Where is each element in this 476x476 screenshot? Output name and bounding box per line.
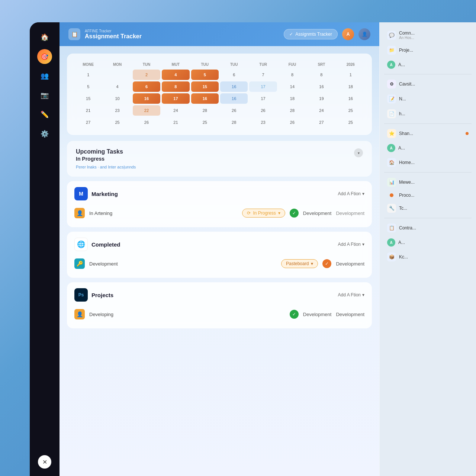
completed-add-action[interactable]: Add A Ftion ▾ [338,242,364,247]
tasks-chevron-icon[interactable]: ▾ [354,148,363,157]
cal-cell-0-7[interactable]: 8 [279,70,306,80]
cal-cell-0-1[interactable] [103,70,131,80]
cal-cell-2-5[interactable]: 16 [220,93,248,104]
cal-cell-3-3[interactable]: 24 [162,105,189,116]
cal-cell-1-4[interactable]: 15 [191,81,219,92]
cal-cell-1-9[interactable]: 18 [337,81,364,92]
cal-cell-3-5[interactable]: 26 [220,105,248,116]
sidebar-icon-settings[interactable]: ⚙️ [37,126,52,141]
rs-item-a1[interactable]: A A... [384,58,472,71]
cal-cell-4-9[interactable]: 25 [337,117,364,128]
cal-cell-1-2[interactable]: 6 [133,81,160,92]
cal-cell-0-6[interactable]: 7 [249,70,277,80]
rs-item-mewe[interactable]: 📊 Mewe... [384,176,472,189]
cal-cell-3-0[interactable]: 21 [74,105,102,116]
marketing-status-badge[interactable]: ⟳ In Progress ▾ [242,209,285,218]
rs-item-shan[interactable]: ⭐ Shan... [384,127,472,140]
cal-cell-4-8[interactable]: 27 [308,117,335,128]
completed-add-label: Add A Ftion [338,242,361,247]
rs-divider-2 [384,123,472,124]
cal-cell-0-4[interactable]: 5 [191,70,219,80]
user-avatar[interactable]: A [342,28,354,40]
projects-task-row: 👤 Developing ✓ Development Development [74,306,364,322]
cal-cell-1-5[interactable]: 16 [220,81,248,92]
cal-cell-4-2[interactable]: 26 [133,117,160,128]
rs-item-n[interactable]: 📝 N... [384,92,472,106]
cal-cell-2-6[interactable]: 17 [249,93,277,104]
cal-cell-3-2[interactable]: 22 [133,105,160,116]
rs-label-home: Home... [399,160,469,165]
cal-cell-0-0[interactable]: 1 [74,70,102,80]
projects-title-row: Ps Projects [74,288,113,302]
cal-cell-1-3[interactable]: 8 [162,81,189,92]
projects-add-chevron: ▾ [362,292,364,298]
rs-label-contra: Contra... [399,225,469,231]
cal-cell-4-1[interactable]: 25 [103,117,131,128]
cal-cell-2-2[interactable]: 16 [133,93,160,104]
completed-person-icon: 🔑 [74,258,85,269]
rs-item-proje[interactable]: 📁 Proje... [384,44,472,57]
cal-cell-2-8[interactable]: 19 [308,93,335,104]
cal-cell-3-1[interactable]: 23 [103,105,131,116]
cal-header-2: TUN [133,61,160,68]
cal-cell-1-7[interactable]: 14 [279,81,306,92]
calendar-section: MONE MON TUN MUT TUU TuU Tur FuU Srt 202… [67,54,372,135]
projects-dev-label-2: Development [336,312,364,317]
close-button[interactable]: ✕ [38,455,51,469]
sidebar-icon-edit[interactable]: ✏️ [37,107,52,122]
rs-item-contra[interactable]: 📋 Contra... [384,221,472,235]
cal-cell-2-3[interactable]: 17 [162,93,189,104]
sidebar-icon-users[interactable]: 👥 [37,68,52,83]
rs-item-tc[interactable]: 🔧 Tc... [384,202,472,215]
sidebar-avatar[interactable]: 🎯 [37,49,52,64]
cal-cell-4-0[interactable]: 27 [74,117,102,128]
rs-item-comn[interactable]: 💬 Comn... An Hos... [384,28,472,42]
user-avatar-2[interactable]: 👤 [358,28,370,40]
cal-cell-2-9[interactable]: 16 [337,93,364,104]
completed-status-badge[interactable]: Pasteboard ▾ [281,259,318,268]
rs-divider-4 [384,218,472,218]
cal-cell-0-3[interactable]: 4 [162,70,189,80]
cal-cell-0-5[interactable]: 6 [220,70,248,80]
tracker-button[interactable]: ✓ Assignmts Tracker [284,29,338,39]
cal-cell-2-7[interactable]: 18 [279,93,306,104]
calendar-grid: MONE MON TUN MUT TUU TuU Tur FuU Srt 202… [74,61,364,128]
rs-section-main: 💬 Comn... An Hos... 📁 Proje... A A... ⚙ … [384,28,472,264]
cal-cell-3-8[interactable]: 24 [308,105,335,116]
cal-cell-1-1[interactable]: 4 [103,81,131,92]
cal-cell-3-7[interactable]: 28 [279,105,306,116]
cal-cell-4-6[interactable]: 23 [249,117,277,128]
rs-item-home[interactable]: 🏠 Home... [384,156,472,169]
cal-cell-3-4[interactable]: 28 [191,105,219,116]
cal-cell-1-0[interactable]: 5 [74,81,102,92]
cal-cell-0-2[interactable]: 2 [133,70,160,80]
tracker-btn-label: Assignmts Tracker [295,32,332,37]
cal-cell-4-7[interactable]: 26 [279,117,306,128]
rs-icon-n: 📝 [387,94,396,103]
cal-cell-3-6[interactable]: 26 [249,105,277,116]
cal-cell-3-9[interactable]: 25 [337,105,364,116]
cal-cell-2-0[interactable]: 15 [74,93,102,104]
cal-cell-1-6[interactable]: 17 [249,81,277,92]
rs-item-kc[interactable]: 📦 Kc... [384,250,472,264]
rs-item-a2[interactable]: A A... [384,142,472,154]
cal-cell-4-3[interactable]: 21 [162,117,189,128]
sidebar-icon-home[interactable]: 🏠 [37,30,52,45]
cal-cell-1-8[interactable]: 16 [308,81,335,92]
rs-item-proco[interactable]: Proco... [384,190,472,200]
rs-item-cavsit[interactable]: ⚙ Cavsit... [384,77,472,91]
cal-cell-0-9[interactable]: 1 [337,70,364,80]
cal-cell-0-8[interactable]: 8 [308,70,335,80]
cal-cell-4-4[interactable]: 25 [191,117,219,128]
rs-label-kc: Kc... [399,254,469,260]
cal-header-6: Tur [249,61,277,68]
sidebar-icon-camera[interactable]: 📷 [37,88,52,103]
projects-add-action[interactable]: Add A Ftion ▾ [338,292,364,298]
rs-item-h[interactable]: 📄 h... [384,107,472,120]
cal-cell-2-1[interactable]: 10 [103,93,131,104]
cal-cell-2-4[interactable]: 16 [191,93,219,104]
cal-cell-4-5[interactable]: 28 [220,117,248,128]
marketing-add-action[interactable]: Add A Ftion ▾ [338,191,364,196]
rs-item-a3[interactable]: A A... [384,236,472,249]
rs-avatar-a2: A [387,144,395,152]
